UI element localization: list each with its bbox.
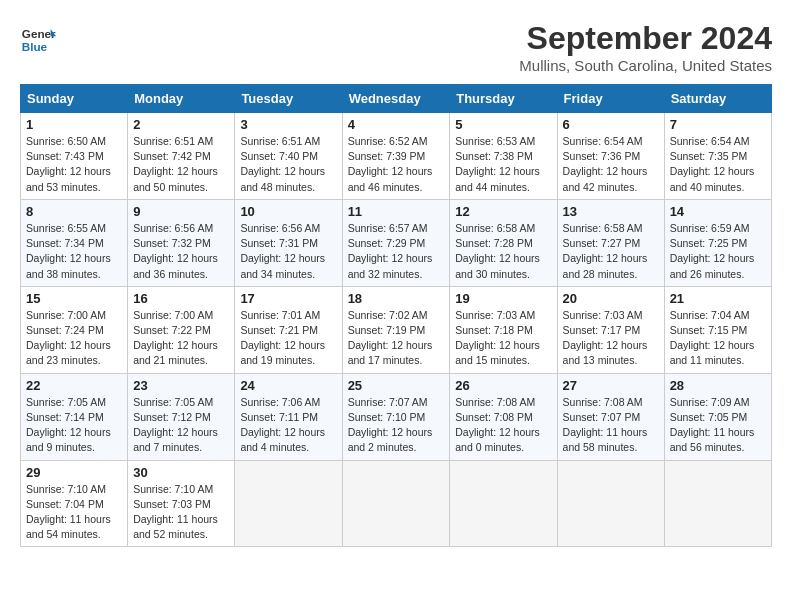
day-number: 25 xyxy=(348,378,445,393)
table-row xyxy=(664,460,771,547)
title-block: September 2024 Mullins, South Carolina, … xyxy=(519,20,772,74)
logo: General Blue xyxy=(20,20,56,56)
day-info: Sunrise: 6:54 AMSunset: 7:35 PMDaylight:… xyxy=(670,135,755,193)
location: Mullins, South Carolina, United States xyxy=(519,57,772,74)
header-friday: Friday xyxy=(557,85,664,113)
table-row: 8 Sunrise: 6:55 AMSunset: 7:34 PMDayligh… xyxy=(21,199,128,286)
day-number: 19 xyxy=(455,291,551,306)
table-row: 29 Sunrise: 7:10 AMSunset: 7:04 PMDaylig… xyxy=(21,460,128,547)
day-info: Sunrise: 7:01 AMSunset: 7:21 PMDaylight:… xyxy=(240,309,325,367)
table-row: 1 Sunrise: 6:50 AMSunset: 7:43 PMDayligh… xyxy=(21,113,128,200)
table-row: 2 Sunrise: 6:51 AMSunset: 7:42 PMDayligh… xyxy=(128,113,235,200)
day-info: Sunrise: 7:05 AMSunset: 7:14 PMDaylight:… xyxy=(26,396,111,454)
calendar-week-row: 8 Sunrise: 6:55 AMSunset: 7:34 PMDayligh… xyxy=(21,199,772,286)
table-row xyxy=(235,460,342,547)
day-number: 11 xyxy=(348,204,445,219)
day-number: 29 xyxy=(26,465,122,480)
day-info: Sunrise: 6:59 AMSunset: 7:25 PMDaylight:… xyxy=(670,222,755,280)
day-number: 22 xyxy=(26,378,122,393)
day-number: 7 xyxy=(670,117,766,132)
table-row: 15 Sunrise: 7:00 AMSunset: 7:24 PMDaylig… xyxy=(21,286,128,373)
day-number: 9 xyxy=(133,204,229,219)
day-number: 21 xyxy=(670,291,766,306)
day-info: Sunrise: 6:56 AMSunset: 7:32 PMDaylight:… xyxy=(133,222,218,280)
table-row xyxy=(342,460,450,547)
day-number: 1 xyxy=(26,117,122,132)
table-row: 9 Sunrise: 6:56 AMSunset: 7:32 PMDayligh… xyxy=(128,199,235,286)
day-number: 13 xyxy=(563,204,659,219)
month-title: September 2024 xyxy=(519,20,772,57)
day-info: Sunrise: 6:50 AMSunset: 7:43 PMDaylight:… xyxy=(26,135,111,193)
calendar-header-row: Sunday Monday Tuesday Wednesday Thursday… xyxy=(21,85,772,113)
day-info: Sunrise: 6:51 AMSunset: 7:40 PMDaylight:… xyxy=(240,135,325,193)
day-info: Sunrise: 6:57 AMSunset: 7:29 PMDaylight:… xyxy=(348,222,433,280)
table-row: 18 Sunrise: 7:02 AMSunset: 7:19 PMDaylig… xyxy=(342,286,450,373)
logo-icon: General Blue xyxy=(20,20,56,56)
table-row: 7 Sunrise: 6:54 AMSunset: 7:35 PMDayligh… xyxy=(664,113,771,200)
day-info: Sunrise: 6:52 AMSunset: 7:39 PMDaylight:… xyxy=(348,135,433,193)
header-wednesday: Wednesday xyxy=(342,85,450,113)
day-number: 8 xyxy=(26,204,122,219)
table-row: 24 Sunrise: 7:06 AMSunset: 7:11 PMDaylig… xyxy=(235,373,342,460)
day-info: Sunrise: 6:53 AMSunset: 7:38 PMDaylight:… xyxy=(455,135,540,193)
day-number: 12 xyxy=(455,204,551,219)
day-info: Sunrise: 7:04 AMSunset: 7:15 PMDaylight:… xyxy=(670,309,755,367)
table-row: 16 Sunrise: 7:00 AMSunset: 7:22 PMDaylig… xyxy=(128,286,235,373)
table-row: 10 Sunrise: 6:56 AMSunset: 7:31 PMDaylig… xyxy=(235,199,342,286)
header-tuesday: Tuesday xyxy=(235,85,342,113)
svg-text:Blue: Blue xyxy=(22,40,48,53)
day-info: Sunrise: 7:00 AMSunset: 7:22 PMDaylight:… xyxy=(133,309,218,367)
day-number: 14 xyxy=(670,204,766,219)
day-info: Sunrise: 6:58 AMSunset: 7:27 PMDaylight:… xyxy=(563,222,648,280)
table-row: 28 Sunrise: 7:09 AMSunset: 7:05 PMDaylig… xyxy=(664,373,771,460)
table-row: 17 Sunrise: 7:01 AMSunset: 7:21 PMDaylig… xyxy=(235,286,342,373)
table-row: 6 Sunrise: 6:54 AMSunset: 7:36 PMDayligh… xyxy=(557,113,664,200)
day-number: 30 xyxy=(133,465,229,480)
day-info: Sunrise: 7:09 AMSunset: 7:05 PMDaylight:… xyxy=(670,396,755,454)
table-row: 19 Sunrise: 7:03 AMSunset: 7:18 PMDaylig… xyxy=(450,286,557,373)
calendar-table: Sunday Monday Tuesday Wednesday Thursday… xyxy=(20,84,772,547)
day-info: Sunrise: 7:10 AMSunset: 7:03 PMDaylight:… xyxy=(133,483,218,541)
day-number: 17 xyxy=(240,291,336,306)
table-row: 3 Sunrise: 6:51 AMSunset: 7:40 PMDayligh… xyxy=(235,113,342,200)
table-row xyxy=(450,460,557,547)
table-row: 11 Sunrise: 6:57 AMSunset: 7:29 PMDaylig… xyxy=(342,199,450,286)
day-info: Sunrise: 7:00 AMSunset: 7:24 PMDaylight:… xyxy=(26,309,111,367)
calendar-week-row: 15 Sunrise: 7:00 AMSunset: 7:24 PMDaylig… xyxy=(21,286,772,373)
day-number: 18 xyxy=(348,291,445,306)
header-thursday: Thursday xyxy=(450,85,557,113)
day-number: 28 xyxy=(670,378,766,393)
page-header: General Blue September 2024 Mullins, Sou… xyxy=(20,20,772,74)
day-info: Sunrise: 7:10 AMSunset: 7:04 PMDaylight:… xyxy=(26,483,111,541)
day-number: 2 xyxy=(133,117,229,132)
day-info: Sunrise: 7:08 AMSunset: 7:08 PMDaylight:… xyxy=(455,396,540,454)
day-number: 26 xyxy=(455,378,551,393)
table-row: 22 Sunrise: 7:05 AMSunset: 7:14 PMDaylig… xyxy=(21,373,128,460)
table-row: 30 Sunrise: 7:10 AMSunset: 7:03 PMDaylig… xyxy=(128,460,235,547)
table-row: 5 Sunrise: 6:53 AMSunset: 7:38 PMDayligh… xyxy=(450,113,557,200)
day-info: Sunrise: 7:06 AMSunset: 7:11 PMDaylight:… xyxy=(240,396,325,454)
day-info: Sunrise: 6:51 AMSunset: 7:42 PMDaylight:… xyxy=(133,135,218,193)
day-info: Sunrise: 6:54 AMSunset: 7:36 PMDaylight:… xyxy=(563,135,648,193)
table-row: 23 Sunrise: 7:05 AMSunset: 7:12 PMDaylig… xyxy=(128,373,235,460)
table-row: 27 Sunrise: 7:08 AMSunset: 7:07 PMDaylig… xyxy=(557,373,664,460)
table-row: 12 Sunrise: 6:58 AMSunset: 7:28 PMDaylig… xyxy=(450,199,557,286)
day-info: Sunrise: 7:08 AMSunset: 7:07 PMDaylight:… xyxy=(563,396,648,454)
day-number: 6 xyxy=(563,117,659,132)
table-row: 21 Sunrise: 7:04 AMSunset: 7:15 PMDaylig… xyxy=(664,286,771,373)
header-saturday: Saturday xyxy=(664,85,771,113)
day-info: Sunrise: 6:58 AMSunset: 7:28 PMDaylight:… xyxy=(455,222,540,280)
day-number: 27 xyxy=(563,378,659,393)
calendar-week-row: 1 Sunrise: 6:50 AMSunset: 7:43 PMDayligh… xyxy=(21,113,772,200)
day-number: 4 xyxy=(348,117,445,132)
calendar-week-row: 29 Sunrise: 7:10 AMSunset: 7:04 PMDaylig… xyxy=(21,460,772,547)
day-info: Sunrise: 7:07 AMSunset: 7:10 PMDaylight:… xyxy=(348,396,433,454)
day-info: Sunrise: 6:56 AMSunset: 7:31 PMDaylight:… xyxy=(240,222,325,280)
table-row: 4 Sunrise: 6:52 AMSunset: 7:39 PMDayligh… xyxy=(342,113,450,200)
day-info: Sunrise: 7:03 AMSunset: 7:17 PMDaylight:… xyxy=(563,309,648,367)
day-info: Sunrise: 6:55 AMSunset: 7:34 PMDaylight:… xyxy=(26,222,111,280)
table-row: 20 Sunrise: 7:03 AMSunset: 7:17 PMDaylig… xyxy=(557,286,664,373)
table-row: 14 Sunrise: 6:59 AMSunset: 7:25 PMDaylig… xyxy=(664,199,771,286)
day-number: 10 xyxy=(240,204,336,219)
day-number: 3 xyxy=(240,117,336,132)
